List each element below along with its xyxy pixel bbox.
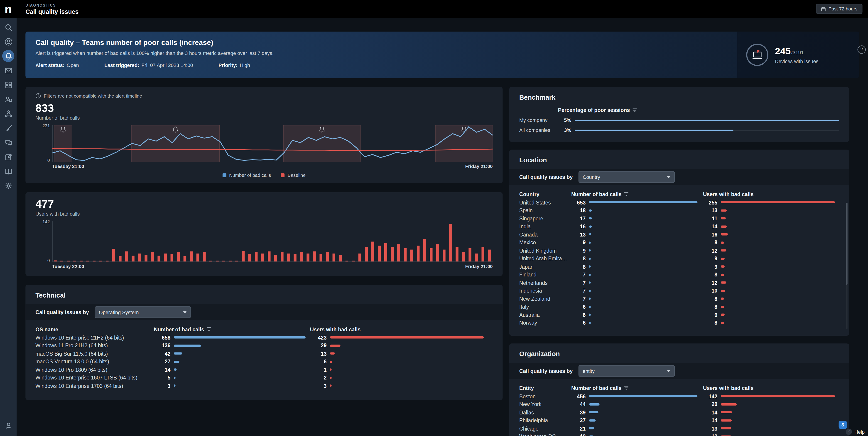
benchmark-row[interactable]: All companies3% [519,127,839,133]
technical-rows: Windows 10 Enterprise 21H2 (64 bits)6584… [35,333,493,390]
bad-calls-cell: 27 [154,358,310,365]
gear-icon [4,181,12,190]
table-row[interactable]: macOS Ventura 13.0.0 (64 bits)276 [35,358,493,366]
table-row[interactable]: Windows 10 Pro 1809 (64 bits)141 [35,366,493,374]
sidebar-item-profile[interactable] [2,35,14,48]
sidebar-item-design[interactable] [2,122,14,134]
users-label: Users with bad calls [25,211,502,216]
table-row[interactable]: Norway68 [519,319,839,327]
table-row[interactable]: Philadelphia2714 [519,416,839,424]
sort-icon[interactable] [207,327,212,331]
sidebar-item-investigate[interactable] [2,93,14,105]
table-row[interactable]: Windows 10 Enterprise 1703 (64 bits)33 [35,382,493,390]
users-bar-chart[interactable]: 142 0 [35,221,493,262]
users-cell: 9 [703,312,839,318]
table-row[interactable]: Singapore1711 [519,214,839,223]
bad-calls-cell: 658 [154,335,310,341]
table-row[interactable]: India1614 [519,223,839,230]
location-card: Location Call quality issues by Country … [509,150,849,336]
organization-filter-select[interactable]: entity [578,365,675,377]
bad-calls-cell: 18 [571,207,703,213]
devices-text: 245/3191 Devices with issues [775,46,818,64]
sidebar-item-engage[interactable] [2,136,14,148]
table-row[interactable]: Italy68 [519,303,839,311]
page-help-icon[interactable]: ? [858,46,866,54]
notification-badge[interactable]: 3 [839,421,847,429]
organization-filter-strip: Call quality issues by entity [509,363,849,379]
row-name: New York [519,401,571,407]
table-row[interactable]: Indonesia710 [519,287,839,295]
benchmark-card: Benchmark Percentage of poor sessions My… [509,87,849,142]
help-button[interactable]: ? Help [846,429,865,435]
table-row[interactable]: United Arab Emirates89 [519,255,839,263]
users-count: 477 [25,198,502,210]
table-row[interactable]: Netherlands712 [519,279,839,287]
sort-icon[interactable] [632,108,637,112]
bad-calls-cell: 42 [154,350,310,356]
compose-icon [4,152,12,161]
devices-count: 245 [775,46,790,56]
location-filter-select[interactable]: Country [578,171,675,183]
bad-calls-count: 833 [25,102,502,114]
bad-calls-timeline-card: Filters are not compatible with the aler… [25,87,502,183]
row-name: Windows 10 Enterprise 21H2 (64 bits) [35,335,154,341]
sort-icon[interactable] [624,192,629,196]
sidebar-item-search[interactable] [2,21,14,33]
time-range-button[interactable]: Past 72 hours [815,4,862,14]
table-row[interactable]: Windows 10 Enterprise 21H2 (64 bits)6584… [35,333,493,341]
sidebar-item-network[interactable] [2,108,14,120]
table-row[interactable]: Finland78 [519,270,839,279]
table-row[interactable]: Japan89 [519,263,839,270]
users-cell: 9 [703,256,839,262]
nexthink-logo[interactable]: n [0,0,17,18]
table-row[interactable]: macOS Big Sur 11.5.0 (64 bits)4213 [35,350,493,357]
users-cell: 13 [703,425,839,432]
devices-with-issues[interactable]: 245/3191 Devices with issues [737,32,859,78]
users-cell: 20 [703,401,839,407]
breadcrumb: DIAGNOSTICS [25,3,79,7]
topbar: n DIAGNOSTICS Call quality issues Past 7… [0,0,868,18]
bad-calls-cell: 6 [571,320,703,326]
sidebar-item-library[interactable] [2,165,14,177]
sidebar-item-settings[interactable] [2,179,14,192]
table-row[interactable]: Canada1316 [519,230,839,238]
table-row[interactable]: Washington DC1913 [519,432,839,436]
sort-icon[interactable] [624,386,629,390]
bad-calls-line-chart[interactable]: 231 0 [35,125,493,162]
row-name: New Zealand [519,296,571,302]
table-row[interactable]: Boston456142 [519,392,839,400]
users-bad-calls-card: 477 Users with bad calls 142 0 Tuesday 2… [25,192,502,276]
table-row[interactable]: United States653255 [519,198,839,206]
sidebar-item-compose[interactable] [2,151,14,163]
sidebar-item-alerts[interactable] [2,50,14,62]
table-header: Country Number of bad calls Users with b… [519,190,839,198]
alert-banner[interactable]: Call quality – Teams number of poor call… [25,32,859,78]
bell-icon [4,52,12,60]
sidebar-item-account[interactable] [2,419,14,432]
table-row[interactable]: Dallas3914 [519,408,839,416]
table-row[interactable]: Spain1813 [519,206,839,214]
users-cell: 142 [703,393,839,399]
organization-title: Organization [509,350,849,358]
table-row[interactable]: Windows 10 Enterprise 1607 LTSB (64 bits… [35,374,493,381]
technical-filter-select[interactable]: Operating System [94,307,191,318]
grid-icon [4,81,12,89]
table-row[interactable]: Australia69 [519,311,839,319]
table-row[interactable]: Mexico98 [519,238,839,246]
sidebar-item-applications[interactable] [2,79,14,91]
table-row[interactable]: Chicago2113 [519,425,839,432]
sidebar-item-mail[interactable] [2,64,14,77]
table-row[interactable]: New York4420 [519,400,839,408]
table-row[interactable]: Windows 11 Pro 21H2 (64 bits)13629 [35,342,493,350]
left-column: Filters are not compatible with the aler… [25,87,502,400]
benchmark-value: 5% [558,117,571,123]
y-axis-min: 0 [35,258,50,263]
bad-calls-cell: 21 [571,425,703,432]
book-icon [4,167,12,175]
benchmark-row[interactable]: My company5% [519,117,839,123]
table-row[interactable]: New Zealand78 [519,295,839,303]
bad-calls-cell: 44 [571,401,703,407]
scrollbar-thumb[interactable] [846,203,847,285]
table-row[interactable]: United Kingdom912 [519,246,839,255]
users-cell: 2 [310,375,493,381]
